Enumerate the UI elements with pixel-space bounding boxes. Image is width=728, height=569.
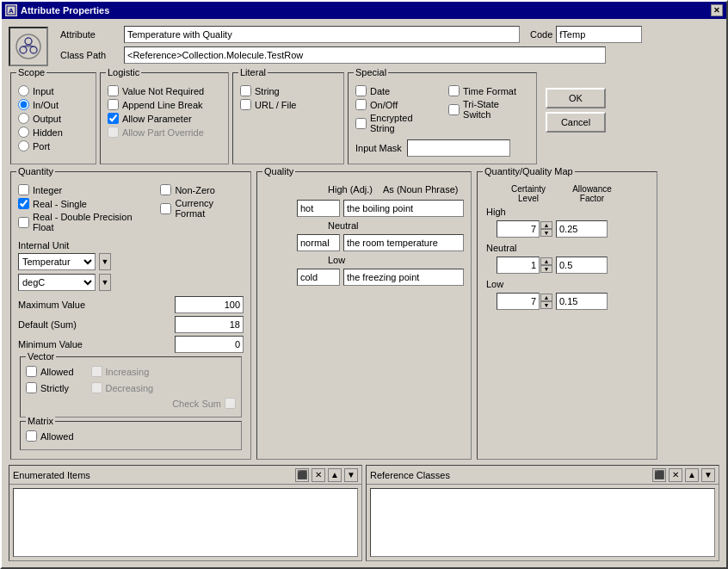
string-label: String	[255, 86, 280, 96]
check-sum-label: Check Sum	[172, 399, 221, 409]
matrix-allowed-check[interactable]	[26, 430, 37, 442]
enum-down-btn[interactable]: ▼	[344, 468, 358, 482]
unit2-dropdown-btn[interactable]: ▼	[99, 274, 111, 291]
scope-hidden-label: Hidden	[33, 127, 63, 138]
high-level-spinbox: ▲ ▼	[497, 220, 552, 238]
real-double-check[interactable]	[18, 217, 29, 228]
logo-box	[9, 27, 48, 66]
svg-point-4	[20, 46, 27, 53]
currency-format-check[interactable]	[160, 203, 171, 214]
low-adj-input[interactable]	[297, 269, 340, 286]
min-value-label: Minimum Value	[18, 339, 83, 349]
string-check[interactable]	[240, 85, 251, 96]
special-title: Special	[354, 67, 388, 77]
high-level-up[interactable]: ▲	[540, 221, 552, 229]
non-zero-check[interactable]	[160, 184, 171, 195]
window-icon: A	[5, 4, 17, 16]
classpath-input[interactable]	[124, 46, 606, 64]
value-not-required-check[interactable]	[108, 85, 119, 96]
neutral-level-input[interactable]	[497, 257, 540, 274]
input-mask-input[interactable]	[407, 139, 510, 157]
cancel-button[interactable]: Cancel	[546, 112, 606, 133]
low-level-down[interactable]: ▼	[540, 301, 552, 309]
ref-up-btn[interactable]: ▲	[685, 468, 699, 482]
max-value-input[interactable]	[175, 296, 244, 313]
neutral-level-up[interactable]: ▲	[540, 257, 552, 265]
increasing-check[interactable]	[91, 366, 102, 377]
qqmap-group: Quantity/Quality Map CertaintyLevel Allo…	[477, 171, 657, 460]
ref-delete-btn[interactable]: ✕	[669, 468, 682, 482]
check-sum-check[interactable]	[225, 398, 236, 409]
decreasing-check[interactable]	[91, 382, 102, 393]
neutral-level-down[interactable]: ▼	[540, 265, 552, 273]
real-single-check[interactable]	[18, 198, 29, 209]
classpath-label: Class Path	[60, 50, 120, 60]
real-single-label: Real - Single	[33, 199, 87, 209]
low-factor-input[interactable]	[556, 293, 608, 310]
allowance-factor-header: AllowanceFactor	[562, 184, 622, 203]
neutral-noun-input[interactable]	[343, 234, 464, 251]
quantity-title: Quantity	[16, 166, 55, 176]
enum-delete-btn[interactable]: ✕	[312, 468, 325, 482]
high-noun-input[interactable]	[343, 200, 464, 217]
unit-select[interactable]: Temperatur	[18, 253, 96, 270]
allow-parameter-check[interactable]	[108, 113, 119, 124]
min-value-input[interactable]	[175, 336, 244, 353]
scope-input-radio[interactable]	[18, 85, 29, 96]
ref-add-btn[interactable]: ⬛	[652, 468, 666, 482]
encrypted-check[interactable]	[355, 118, 367, 129]
increasing-label: Increasing	[106, 367, 150, 377]
neutral-adj-input[interactable]	[297, 234, 340, 251]
high-adj-header: High (Adj.)	[328, 184, 379, 195]
low-level-up[interactable]: ▲	[540, 294, 552, 301]
on-off-check[interactable]	[355, 99, 367, 110]
low-level-input[interactable]	[497, 293, 540, 310]
quality-title: Quality	[262, 166, 295, 176]
logistic-group: Logistic Value Not Required Append Line …	[100, 72, 229, 164]
decreasing-label: Decreasing	[106, 383, 154, 393]
logistic-title: Logistic	[106, 67, 141, 77]
attribute-name-input[interactable]	[124, 26, 520, 43]
quantity-group: Quantity Integer Real - Single Real - Do…	[10, 171, 251, 460]
default-value-input[interactable]	[175, 316, 244, 333]
time-format-label: Time Format	[463, 86, 516, 96]
title-bar: A Attribute Properties ✕	[2, 2, 726, 19]
high-level-down[interactable]: ▼	[540, 229, 552, 237]
unit-dropdown-btn[interactable]: ▼	[99, 253, 111, 270]
unit2-select[interactable]: degC	[18, 274, 96, 291]
main-window: A Attribute Properties ✕ Att	[0, 0, 728, 569]
allow-part-override-check[interactable]	[108, 127, 119, 138]
integer-check[interactable]	[18, 184, 29, 195]
date-check[interactable]	[355, 85, 367, 96]
code-input[interactable]	[556, 26, 642, 43]
high-level-input[interactable]	[497, 220, 540, 238]
real-double-label: Real - Double Precision Float	[33, 212, 151, 232]
high-adj-input[interactable]	[297, 200, 340, 217]
low-noun-input[interactable]	[343, 269, 464, 286]
high-factor-input[interactable]	[556, 220, 608, 238]
close-button[interactable]: ✕	[711, 4, 723, 16]
enum-add-btn[interactable]: ⬛	[295, 468, 309, 482]
vector-title: Vector	[26, 351, 56, 362]
neutral-factor-input[interactable]	[556, 257, 608, 274]
scope-hidden-radio[interactable]	[18, 127, 29, 138]
vector-allowed-check[interactable]	[26, 366, 37, 377]
scope-port-radio[interactable]	[18, 140, 29, 152]
time-format-check[interactable]	[448, 85, 460, 96]
strictly-check[interactable]	[26, 382, 37, 393]
scope-input-label: Input	[33, 86, 53, 96]
tri-state-check[interactable]	[448, 104, 460, 115]
reference-classes-title: Reference Classes	[370, 470, 650, 480]
enumerated-items-panel: Enumerated Items ⬛ ✕ ▲ ▼	[9, 465, 362, 561]
url-file-check[interactable]	[240, 99, 251, 110]
ok-button[interactable]: OK	[546, 88, 606, 108]
strictly-label: Strictly	[40, 383, 69, 393]
low-header: Low	[328, 255, 379, 265]
append-line-break-check[interactable]	[108, 99, 119, 110]
scope-inout-radio[interactable]	[18, 99, 29, 110]
enum-up-btn[interactable]: ▲	[328, 468, 342, 482]
scope-inout-label: In/Out	[33, 100, 59, 110]
scope-output-radio[interactable]	[18, 113, 29, 124]
vector-allowed-label: Allowed	[40, 367, 74, 377]
ref-down-btn[interactable]: ▼	[701, 468, 715, 482]
